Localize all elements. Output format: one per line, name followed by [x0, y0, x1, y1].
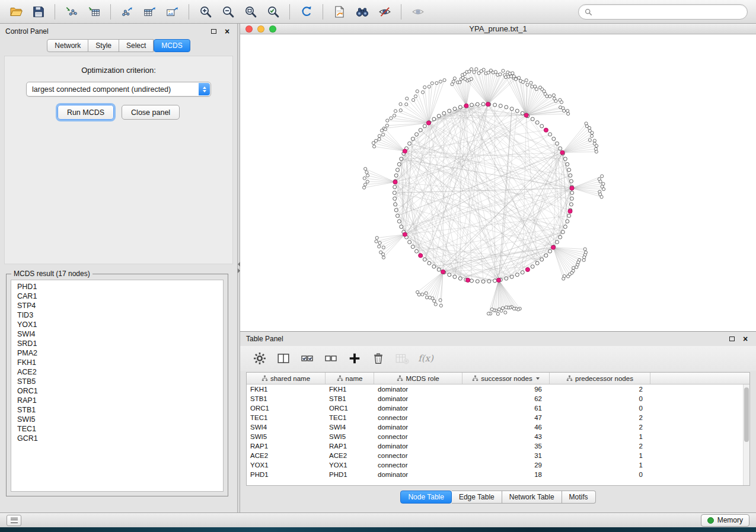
apply-layout-button[interactable] — [295, 2, 317, 21]
optimization-label: Optimization criterion: — [81, 66, 156, 75]
mcds-result-item[interactable]: SWI5 — [11, 415, 223, 424]
export-network-button[interactable] — [116, 2, 138, 21]
float-table-panel-button[interactable] — [727, 335, 736, 343]
add-column-button[interactable] — [344, 350, 365, 367]
close-panel-button[interactable]: × — [222, 27, 232, 36]
zoom-fit-button[interactable] — [240, 2, 261, 21]
column-header-successor-nodes[interactable]: successor nodes — [462, 373, 550, 384]
cell-name: SWI4 — [326, 424, 374, 431]
export-table-icon — [143, 5, 157, 18]
scrollbar-thumb[interactable] — [744, 387, 749, 442]
table-row[interactable]: SWI5SWI5connector431 — [247, 432, 743, 441]
table-row[interactable]: STB1STB1dominator620 — [247, 394, 743, 403]
deselect-all-columns-button[interactable] — [321, 350, 341, 367]
mcds-result-item[interactable]: TEC1 — [11, 424, 223, 434]
table-row[interactable]: ACE2ACE2connector311 — [247, 451, 743, 460]
mcds-result-item[interactable]: ORC1 — [11, 386, 223, 396]
status-bar: Memory — [0, 512, 756, 527]
close-mcds-panel-button[interactable]: Close panel — [122, 105, 180, 120]
import-table-button[interactable] — [83, 2, 105, 21]
mcds-result-item[interactable]: PMA2 — [11, 348, 223, 358]
column-header-MCDS-role[interactable]: MCDS role — [374, 373, 462, 384]
tab-motifs[interactable]: Motifs — [562, 491, 596, 504]
tab-style[interactable]: Style — [88, 39, 119, 52]
table-row[interactable]: SWI4SWI4dominator462 — [247, 422, 743, 432]
tab-network[interactable]: Network — [47, 39, 88, 52]
import-network-button[interactable] — [60, 2, 82, 21]
maximize-window-icon[interactable] — [269, 25, 276, 33]
zoom-in-button[interactable] — [194, 2, 216, 21]
column-header-name[interactable]: name — [326, 373, 374, 384]
delete-column-button[interactable] — [368, 350, 388, 367]
mcds-result-item[interactable]: SRD1 — [11, 339, 223, 348]
table-row[interactable]: RAP1RAP1dominator352 — [247, 441, 743, 451]
export-webpage-button[interactable] — [328, 2, 350, 21]
table-row[interactable]: ORC1ORC1dominator610 — [247, 403, 743, 413]
minimize-window-icon[interactable] — [257, 25, 264, 33]
memory-button[interactable]: Memory — [701, 514, 749, 527]
search-input[interactable] — [596, 8, 741, 16]
mcds-result-item[interactable]: TID3 — [11, 310, 223, 320]
mcds-result-item[interactable]: CAR1 — [11, 291, 223, 301]
mcds-result-item[interactable]: YOX1 — [11, 320, 223, 329]
mcds-result-item[interactable]: RAP1 — [11, 396, 223, 405]
criterion-dropdown[interactable]: largest connected component (undirected) — [26, 82, 211, 97]
zoom-out-button[interactable] — [217, 2, 239, 21]
cell-shared_name: PHD1 — [247, 471, 326, 478]
cell-predecessor_nodes: 2 — [550, 443, 650, 450]
mcds-result-item[interactable]: SWI4 — [11, 329, 223, 339]
zoom-selected-button[interactable] — [262, 2, 284, 21]
tab-network-table[interactable]: Network Table — [502, 491, 562, 504]
table-scrollbar[interactable] — [743, 384, 749, 485]
table-row[interactable]: PHD1PHD1dominator180 — [247, 470, 743, 479]
criterion-value: largest connected component (undirected) — [32, 85, 171, 94]
cell-successor_nodes: 61 — [462, 405, 550, 412]
zoom-in-icon — [199, 5, 212, 18]
show-graphics-details-button[interactable] — [407, 2, 429, 21]
save-session-button[interactable] — [27, 2, 49, 21]
mcds-result-item[interactable]: STB5 — [11, 377, 223, 386]
export-image-button[interactable] — [161, 2, 183, 21]
open-file-button[interactable] — [5, 2, 27, 21]
network-canvas[interactable] — [240, 34, 756, 331]
mcds-result-item[interactable]: FKH1 — [11, 358, 223, 367]
mcds-result-item[interactable]: GCR1 — [11, 434, 223, 443]
column-header-shared-name[interactable]: shared name — [247, 373, 326, 384]
panel-splitter[interactable] — [237, 24, 240, 512]
search-network-button[interactable] — [351, 2, 373, 21]
cell-successor_nodes: 46 — [462, 424, 550, 431]
tab-edge-table[interactable]: Edge Table — [452, 491, 502, 504]
splitter-arrows-icon[interactable] — [237, 262, 240, 273]
select-all-columns-button[interactable] — [297, 350, 317, 367]
export-table-button[interactable] — [139, 2, 161, 21]
task-history-button[interactable] — [7, 515, 21, 526]
toggle-graphics-details-button[interactable] — [374, 2, 395, 21]
table-settings-button[interactable] — [250, 350, 270, 367]
mcds-result-groupbox: MCDS result (17 nodes) PHD1CAR1STP4TID3Y… — [6, 274, 228, 496]
mcds-result-item[interactable]: STP4 — [11, 301, 223, 310]
mcds-result-item[interactable]: STB1 — [11, 405, 223, 415]
eye-icon — [412, 5, 425, 18]
function-builder-button[interactable]: f(x) — [416, 350, 436, 367]
table-row[interactable]: YOX1YOX1connector291 — [247, 460, 743, 470]
mcds-result-item[interactable]: ACE2 — [11, 367, 223, 377]
close-table-panel-button[interactable]: × — [741, 335, 750, 343]
tab-mcds[interactable]: MCDS — [154, 39, 190, 52]
cell-name: ORC1 — [326, 405, 374, 412]
clear-table-button[interactable] — [392, 350, 412, 367]
toggle-column-view-button[interactable] — [273, 350, 294, 367]
column-label: successor nodes — [481, 375, 532, 382]
run-mcds-button[interactable]: Run MCDS — [58, 105, 114, 120]
table-row[interactable]: TEC1TEC1connector472 — [247, 413, 743, 422]
mcds-result-item[interactable]: PHD1 — [11, 282, 223, 291]
tab-node-table[interactable]: Node Table — [400, 491, 452, 504]
cell-shared_name: SWI4 — [247, 424, 326, 431]
column-header-predecessor-nodes[interactable]: predecessor nodes — [550, 373, 650, 384]
cytoscape-app: Control Panel × NetworkStyleSelectMCDS O… — [0, 0, 756, 532]
node-table: shared namenameMCDS rolesuccessor nodesp… — [246, 372, 750, 486]
table-row[interactable]: FKH1FKH1dominator962 — [247, 384, 743, 394]
tab-select[interactable]: Select — [119, 39, 154, 52]
close-window-icon[interactable] — [245, 25, 253, 33]
float-panel-button[interactable] — [209, 27, 218, 36]
cell-mcds_role: connector — [374, 452, 462, 459]
